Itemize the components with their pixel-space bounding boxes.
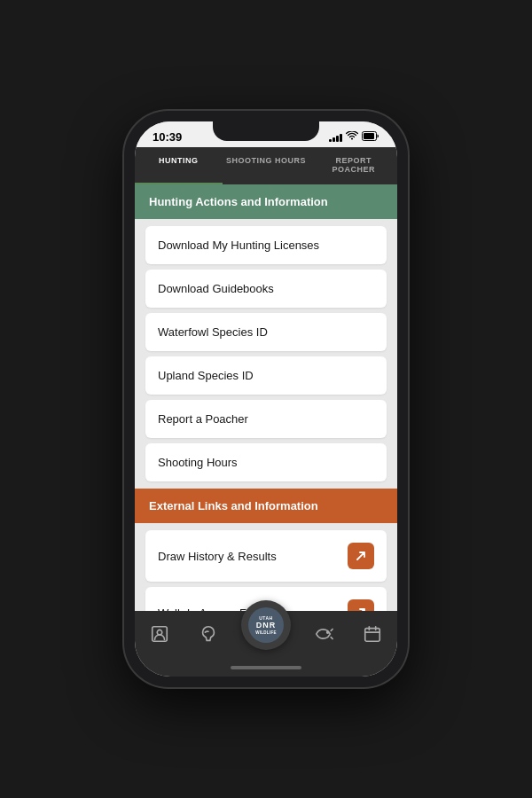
external-link-icon[interactable] (348, 599, 374, 611)
svg-rect-1 (364, 133, 374, 139)
tab-hunting[interactable]: HUNTING (135, 147, 223, 184)
list-item[interactable]: Download Guidebooks (145, 270, 387, 308)
top-navigation: HUNTING SHOOTING HOURS REPORT POACHER (135, 147, 397, 184)
section-header-external: External Links and Information (135, 489, 397, 523)
phone-screen: 10:39 (135, 121, 397, 677)
dnr-logo: UTAH DNR WILDLIFE (248, 607, 284, 643)
list-item[interactable]: Shooting Hours (145, 443, 387, 481)
tab-report-poacher[interactable]: REPORT POACHER (309, 147, 397, 184)
battery-icon (362, 131, 379, 143)
notch (213, 121, 319, 141)
external-links-list: Draw History & Results Walk-In Access Fi… (135, 523, 397, 611)
svg-point-4 (326, 631, 328, 633)
svg-rect-5 (365, 629, 380, 642)
bottom-nav-dnr[interactable]: UTAH DNR WILDLIFE (241, 600, 291, 650)
home-bar (231, 666, 301, 669)
signal-icon (329, 133, 342, 142)
list-item[interactable]: Download My Hunting Licenses (145, 226, 387, 264)
bottom-nav-contacts[interactable] (143, 621, 176, 647)
home-indicator-bar (135, 662, 397, 677)
list-item[interactable]: Upland Species ID (145, 356, 387, 395)
bottom-nav-calendar[interactable] (356, 621, 389, 647)
wifi-icon (346, 131, 358, 143)
status-time: 10:39 (153, 130, 182, 144)
tab-shooting-hours[interactable]: SHOOTING HOURS (223, 147, 310, 184)
list-item[interactable]: Draw History & Results (145, 530, 387, 582)
bottom-navigation: UTAH DNR WILDLIFE (135, 611, 397, 662)
bottom-nav-fish[interactable] (307, 621, 340, 647)
main-content: Hunting Actions and Information Download… (135, 184, 397, 611)
list-item[interactable]: Waterfowl Species ID (145, 313, 387, 351)
list-item[interactable]: Report a Poacher (145, 400, 387, 438)
external-link-icon[interactable] (348, 543, 374, 569)
section-header-hunting: Hunting Actions and Information (135, 184, 397, 219)
bottom-nav-wildlife[interactable] (192, 621, 225, 647)
phone-frame: 10:39 (124, 111, 408, 687)
status-icons (329, 131, 379, 143)
hunting-actions-list: Download My Hunting Licenses Download Gu… (135, 219, 397, 489)
